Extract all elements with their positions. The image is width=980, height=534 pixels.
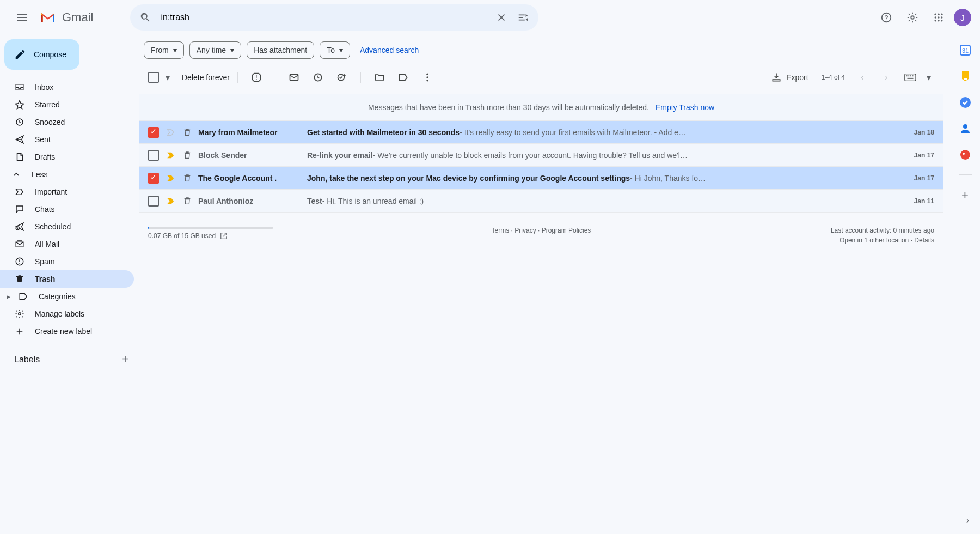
email-checkbox[interactable] xyxy=(148,150,159,161)
chevron-down-icon: ▾ xyxy=(173,46,177,54)
tasks-app-icon[interactable] xyxy=(959,96,972,109)
activity-text: Last account activity: 0 minutes ago xyxy=(672,227,934,234)
svg-rect-26 xyxy=(910,75,911,76)
search-input[interactable] xyxy=(156,13,491,22)
email-row[interactable]: Mary from Mailmeteor Get started with Ma… xyxy=(139,121,943,144)
sidebar-item-manage-labels[interactable]: Manage labels xyxy=(0,305,134,323)
chevron-up-icon xyxy=(11,169,22,179)
calendar-app-icon[interactable]: 31 xyxy=(959,44,972,57)
svg-point-6 xyxy=(935,16,936,18)
move-to-icon[interactable] xyxy=(369,66,390,88)
svg-point-8 xyxy=(941,16,942,18)
pager-text[interactable]: 1–4 of 4 xyxy=(822,74,845,81)
important-icon xyxy=(14,187,25,197)
compose-button[interactable]: Compose xyxy=(4,39,79,70)
apps-icon[interactable] xyxy=(928,7,950,28)
important-marker[interactable] xyxy=(166,196,176,206)
sidebar-item-all-mail[interactable]: All Mail xyxy=(0,235,134,253)
header-actions: ? J xyxy=(875,7,971,28)
sidebar-item-drafts[interactable]: Drafts xyxy=(0,148,134,166)
email-subject: John, take the next step on your Mac dev… xyxy=(307,174,630,183)
gmail-text: Gmail xyxy=(62,10,93,25)
policies-link[interactable]: Program Policies xyxy=(542,227,591,234)
filter-has-attachment[interactable]: Has attachment xyxy=(247,41,314,59)
sidebar-item-categories[interactable]: ▸Categories xyxy=(0,288,134,305)
allmail-icon xyxy=(14,239,25,249)
select-all-dropdown[interactable]: ▾ xyxy=(162,72,173,83)
empty-trash-link[interactable]: Empty Trash now xyxy=(656,103,714,112)
keep-app-icon[interactable] xyxy=(959,70,972,83)
prev-page-icon[interactable]: ‹ xyxy=(852,66,873,88)
more-icon[interactable] xyxy=(416,66,438,88)
email-row[interactable]: The Google Account . John, take the next… xyxy=(139,167,943,190)
privacy-link[interactable]: Privacy xyxy=(514,227,536,234)
next-page-icon[interactable]: › xyxy=(875,66,897,88)
svg-point-2 xyxy=(911,16,914,19)
get-addons-icon[interactable]: + xyxy=(959,188,972,201)
sidebar-item-starred[interactable]: Starred xyxy=(0,96,134,113)
important-marker[interactable] xyxy=(166,128,176,137)
side-panel: 31 + xyxy=(950,35,980,534)
storage-text: 0.07 GB of 15 GB used xyxy=(148,232,216,240)
email-row[interactable]: Block Sender Re-link your email - We're … xyxy=(139,144,943,167)
svg-text:?: ? xyxy=(885,14,889,22)
hide-side-panel-icon[interactable]: › xyxy=(966,515,969,525)
sidebar-item-scheduled[interactable]: Scheduled xyxy=(0,218,134,235)
sidebar-item-label: Spam xyxy=(35,257,55,266)
sidebar-item-snoozed[interactable]: Snoozed xyxy=(0,113,134,131)
terms-link[interactable]: Terms xyxy=(492,227,510,234)
mark-read-icon[interactable] xyxy=(283,66,305,88)
svg-text:31: 31 xyxy=(961,47,968,54)
add-task-icon[interactable] xyxy=(331,66,353,88)
select-all-checkbox[interactable] xyxy=(148,72,159,83)
sidebar-item-spam[interactable]: Spam xyxy=(0,253,134,270)
delete-forever-button[interactable]: Delete forever xyxy=(182,73,230,82)
important-marker[interactable] xyxy=(166,173,176,183)
sidebar-item-sent[interactable]: Sent xyxy=(0,131,134,148)
add-label-icon[interactable]: + xyxy=(122,353,128,366)
export-button[interactable]: Export xyxy=(771,72,808,83)
sidebar-item-inbox[interactable]: Inbox xyxy=(0,78,134,96)
search-bar[interactable] xyxy=(130,4,538,31)
svg-point-21 xyxy=(426,76,428,78)
main-menu-button[interactable] xyxy=(9,4,35,31)
compose-label: Compose xyxy=(34,50,66,59)
account-avatar[interactable]: J xyxy=(954,9,971,26)
details-link[interactable]: Details xyxy=(914,236,934,244)
svg-point-11 xyxy=(941,20,942,21)
gmail-logo[interactable]: Gmail xyxy=(39,9,93,26)
clear-search-icon[interactable] xyxy=(491,7,512,28)
filter-from[interactable]: From▾ xyxy=(144,41,184,59)
email-checkbox[interactable] xyxy=(148,173,159,184)
snooze-icon[interactable] xyxy=(307,66,329,88)
sidebar-item-less[interactable]: Less xyxy=(0,166,134,183)
sidebar-item-create-new-label[interactable]: Create new label xyxy=(0,323,134,340)
filter-to[interactable]: To▾ xyxy=(320,41,350,59)
search-icon[interactable] xyxy=(134,7,156,28)
svg-point-34 xyxy=(960,150,970,160)
plus-icon xyxy=(14,326,25,336)
settings-icon xyxy=(14,309,25,319)
email-snippet: - It's really easy to send your first em… xyxy=(460,128,686,137)
email-checkbox[interactable] xyxy=(148,196,159,207)
support-icon[interactable]: ? xyxy=(875,7,897,28)
important-marker[interactable] xyxy=(166,150,176,160)
report-spam-icon[interactable]: ! xyxy=(246,66,267,88)
advanced-search-link[interactable]: Advanced search xyxy=(360,46,419,54)
settings-icon[interactable] xyxy=(902,7,923,28)
labels-icon[interactable] xyxy=(393,66,414,88)
input-tools-dropdown[interactable]: ▾ xyxy=(923,72,934,83)
sidebar-item-important[interactable]: Important xyxy=(0,183,134,201)
email-row[interactable]: Paul Anthonioz Test - Hi. This is an unr… xyxy=(139,190,943,213)
addon-app-icon[interactable] xyxy=(959,148,972,161)
trash-notice-text: Messages that have been in Trash more th… xyxy=(368,103,649,112)
email-checkbox[interactable] xyxy=(148,127,159,138)
input-tools-icon[interactable] xyxy=(899,66,921,88)
search-options-icon[interactable] xyxy=(512,7,534,28)
open-storage-icon[interactable] xyxy=(220,232,228,240)
svg-point-20 xyxy=(426,74,428,75)
contacts-app-icon[interactable] xyxy=(959,122,972,135)
sidebar-item-chats[interactable]: Chats xyxy=(0,201,134,218)
filter-anytime[interactable]: Any time▾ xyxy=(189,41,241,59)
sidebar-item-trash[interactable]: Trash xyxy=(0,270,134,288)
